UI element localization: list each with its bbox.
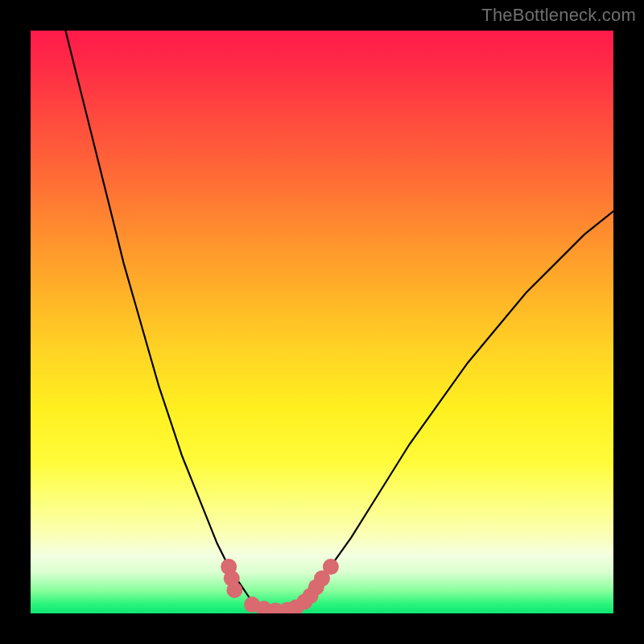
bottleneck-curve-path (65, 31, 613, 613)
curve-svg (31, 31, 613, 613)
curve-markers (221, 559, 339, 613)
marker-dot (323, 559, 339, 575)
chart-frame: TheBottleneck.com (0, 0, 644, 644)
watermark-text: TheBottleneck.com (481, 5, 636, 26)
plot-area (31, 31, 613, 613)
marker-dot (226, 582, 242, 598)
